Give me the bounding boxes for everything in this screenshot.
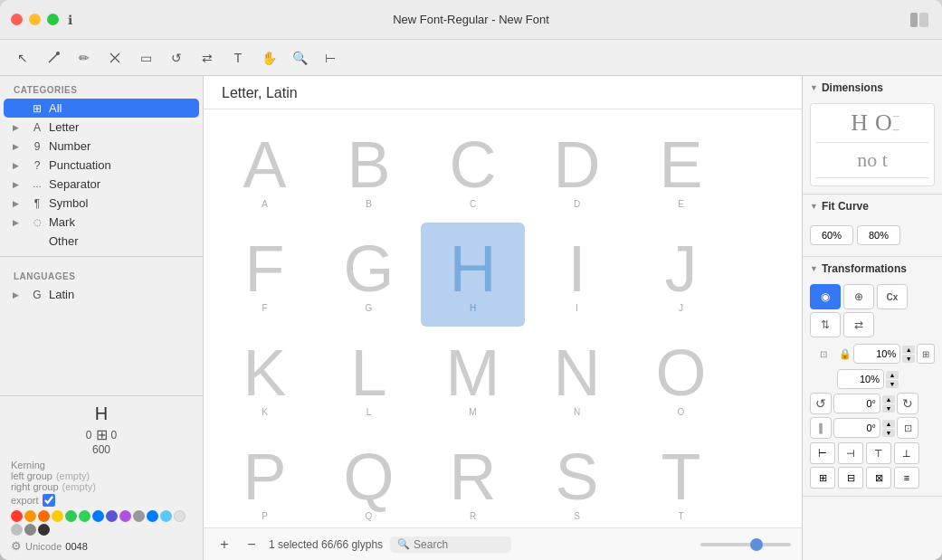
search-input[interactable]: [414, 538, 504, 551]
settings-icon[interactable]: ⚙: [11, 539, 22, 553]
align-btn7[interactable]: ⊠: [866, 467, 891, 489]
close-button[interactable]: [11, 14, 23, 25]
align-left-btn[interactable]: ⊢: [810, 442, 835, 464]
slant-up[interactable]: ▲: [882, 420, 895, 428]
sidebar-item-latin[interactable]: ▶ G Latin: [4, 285, 199, 304]
slant-action[interactable]: ⊡: [897, 417, 918, 439]
minimize-button[interactable]: [29, 14, 41, 25]
color-dot-yellow[interactable]: [52, 510, 63, 522]
smooth-pen-tool[interactable]: [42, 46, 65, 70]
rotate-cw-icon[interactable]: ↻: [897, 393, 918, 414]
scale-x-up[interactable]: ▲: [902, 346, 915, 354]
sidebar-item-symbol[interactable]: ▶ ¶ Symbol: [4, 194, 199, 213]
align-center-btn[interactable]: ⊣: [838, 442, 863, 464]
glyph-cell-K[interactable]: K K: [213, 327, 317, 431]
transform-btn-fliph[interactable]: ⇅: [810, 312, 841, 337]
glyph-cell-S[interactable]: S S: [525, 431, 629, 527]
scale-y-up[interactable]: ▲: [886, 371, 899, 379]
transformations-header[interactable]: ▼ Transformations: [803, 257, 942, 280]
rotate-tool[interactable]: ↺: [165, 46, 188, 70]
scale-y-down[interactable]: ▼: [886, 380, 899, 388]
glyph-cell-F[interactable]: F F: [213, 223, 317, 327]
dimensions-header[interactable]: ▼ Dimensions: [803, 76, 942, 100]
glyph-cell-R[interactable]: R R: [421, 431, 525, 527]
glyph-cell-D[interactable]: D D: [525, 119, 629, 223]
distribute-v-btn[interactable]: ⊟: [838, 467, 863, 489]
distribute-h-btn[interactable]: ⊞: [810, 467, 835, 489]
slant-input[interactable]: [833, 418, 880, 438]
color-dot-lightgray[interactable]: [174, 510, 186, 522]
flip-tool[interactable]: ⇄: [195, 46, 219, 70]
glyph-cell-M[interactable]: M M: [421, 327, 525, 431]
glyph-cell-C[interactable]: C C: [421, 119, 525, 223]
align-top-btn[interactable]: ⊥: [894, 442, 919, 464]
glyph-cell-B[interactable]: B B: [317, 119, 421, 223]
remove-glyph-button[interactable]: −: [242, 535, 262, 555]
rotate1-up[interactable]: ▲: [882, 395, 895, 403]
color-dot-violet[interactable]: [119, 510, 131, 522]
color-dot-green[interactable]: [65, 510, 77, 522]
glyph-cell-Q[interactable]: Q Q: [317, 431, 421, 527]
zoom-tool[interactable]: 🔍: [288, 46, 311, 70]
glyph-cell-I[interactable]: I I: [525, 223, 629, 327]
color-dot-blue2[interactable]: [147, 510, 158, 522]
color-dot-dark[interactable]: [38, 524, 50, 536]
sidebar-item-other[interactable]: Other: [4, 232, 199, 251]
color-dot-lightgreen[interactable]: [79, 510, 90, 522]
sidebar-item-all[interactable]: ⊞ All: [4, 99, 199, 118]
slant-down[interactable]: ▼: [882, 429, 895, 437]
transform-btn-origin[interactable]: ◉: [810, 284, 841, 309]
sidebar-item-punctuation[interactable]: ▶ ? Punctuation: [4, 156, 199, 175]
fit-curve-input1[interactable]: [810, 225, 853, 245]
color-dot-red[interactable]: [11, 510, 23, 522]
zoom-thumb[interactable]: [750, 538, 763, 551]
pencil-tool[interactable]: ✏: [72, 46, 96, 70]
cursor-tool[interactable]: ↖: [11, 46, 34, 70]
align-right-btn[interactable]: ⊤: [866, 442, 891, 464]
add-glyph-button[interactable]: +: [214, 535, 234, 555]
sidebar-item-number[interactable]: ▶ 9 Number: [4, 137, 199, 156]
rectangle-tool[interactable]: ▭: [134, 46, 157, 70]
glyph-cell-H[interactable]: H H: [421, 223, 525, 327]
glyph-cell-O[interactable]: O O: [629, 327, 733, 431]
transform-btn-center[interactable]: ⊕: [843, 284, 874, 309]
scale-y-input[interactable]: [837, 369, 884, 389]
text-tool[interactable]: T: [226, 46, 250, 70]
rotate-ccw-icon[interactable]: ↺: [810, 393, 832, 414]
pan-tool[interactable]: ✋: [257, 46, 281, 70]
color-dot-silver[interactable]: [11, 524, 23, 536]
align-btn8[interactable]: ≡: [894, 467, 919, 489]
rotate1-down[interactable]: ▼: [882, 404, 895, 413]
glyph-cell-P[interactable]: P P: [213, 431, 317, 527]
color-dot-blue[interactable]: [92, 510, 104, 522]
knife-tool[interactable]: [103, 46, 127, 70]
glyph-cell-N[interactable]: N N: [525, 327, 629, 431]
export-checkbox[interactable]: [43, 494, 55, 507]
glyph-cell-A[interactable]: A A: [213, 119, 317, 223]
color-dot-gray[interactable]: [133, 510, 145, 522]
fit-curve-header[interactable]: ▼ Fit Curve: [803, 195, 942, 218]
maximize-button[interactable]: [47, 14, 59, 25]
sidebar-item-letter[interactable]: ▶ A Letter: [4, 118, 199, 137]
color-dot-darkgray[interactable]: [24, 524, 36, 536]
glyph-cell-G[interactable]: G G: [317, 223, 421, 327]
sidebar-item-separator[interactable]: ▶ … Separator: [4, 175, 199, 194]
glyph-cell-J[interactable]: J J: [629, 223, 733, 327]
fit-curve-input2[interactable]: [857, 225, 900, 245]
rotate1-input[interactable]: [833, 394, 880, 413]
info-icon[interactable]: ℹ: [68, 13, 72, 27]
transform-btn-flipv[interactable]: ⇄: [843, 312, 874, 337]
scale-x-down[interactable]: ▼: [902, 355, 915, 363]
scale-x-action[interactable]: ⊞: [917, 344, 935, 364]
sidebar-item-mark[interactable]: ▶ ◌ Mark: [4, 213, 199, 232]
color-dot-darkorange[interactable]: [38, 510, 50, 522]
transform-btn-cx[interactable]: Cx: [877, 284, 908, 309]
glyph-cell-E[interactable]: E E: [629, 119, 733, 223]
color-dot-skyblue[interactable]: [160, 510, 172, 522]
sidebar-toggle-button[interactable]: [908, 8, 931, 32]
measure-tool[interactable]: ⊢: [319, 46, 342, 70]
color-dot-purple[interactable]: [106, 510, 118, 522]
glyph-cell-T[interactable]: T T: [629, 431, 733, 527]
color-dot-orange[interactable]: [24, 510, 36, 522]
glyph-cell-L[interactable]: L L: [317, 327, 421, 431]
